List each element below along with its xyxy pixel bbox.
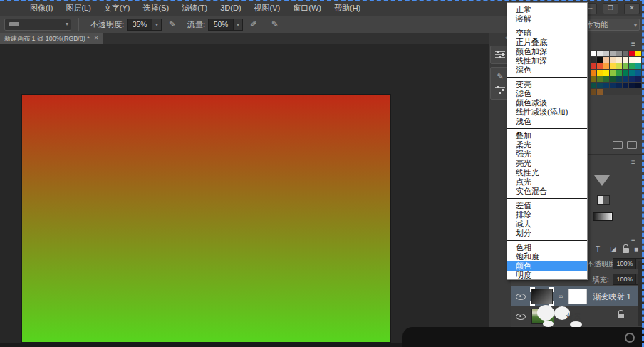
color-swatch[interactable] <box>635 51 641 56</box>
color-swatch[interactable] <box>629 57 635 63</box>
layers-opacity-value[interactable]: 100% <box>613 258 637 269</box>
blend-mode-item[interactable]: 正片叠底 <box>507 38 587 47</box>
flow-input[interactable]: 50% <box>208 19 234 31</box>
flow-dropdown-icon[interactable]: ▾ <box>234 19 243 31</box>
properties-panel-icon[interactable] <box>495 86 505 95</box>
color-swatch[interactable] <box>591 76 596 82</box>
color-swatch[interactable] <box>591 57 596 63</box>
color-swatch[interactable] <box>635 76 641 82</box>
color-swatch[interactable] <box>623 63 628 69</box>
menu-item[interactable]: 滤镜(T) <box>182 0 207 16</box>
opacity-input[interactable]: 35% <box>127 19 152 31</box>
blend-mode-item[interactable]: 颜色减淡 <box>507 98 587 108</box>
blend-mode-item[interactable]: 浅色 <box>507 117 587 126</box>
visibility-eye-icon[interactable] <box>516 314 526 320</box>
color-swatch[interactable] <box>603 76 609 82</box>
menu-item[interactable]: 选择(S) <box>143 0 170 16</box>
menu-item[interactable]: 帮助(H) <box>334 0 360 16</box>
blend-mode-item[interactable]: 颜色加深 <box>507 47 587 56</box>
menu-item[interactable]: 文字(Y) <box>104 0 130 16</box>
layer-name[interactable]: 渐变映射 1 <box>593 291 630 302</box>
blend-mode-item[interactable]: 深色 <box>507 66 587 75</box>
blend-mode-item[interactable]: 线性减淡(添加) <box>507 108 587 117</box>
blend-mode-item[interactable]: 线性加深 <box>507 56 587 66</box>
blend-mode-item[interactable]: 柔光 <box>507 140 587 150</box>
blend-mode-item[interactable]: 饱和度 <box>507 252 587 261</box>
color-swatch[interactable] <box>610 83 616 88</box>
opacity-dropdown-icon[interactable]: ▾ <box>152 19 162 31</box>
color-swatch[interactable] <box>623 57 628 63</box>
color-swatch[interactable] <box>610 70 616 76</box>
color-swatch[interactable] <box>623 70 628 76</box>
document-tab[interactable]: 新建画布 1 @ 100%(RGB/8) * ✕ <box>0 33 103 44</box>
layer-thumbnail[interactable] <box>531 289 553 304</box>
visibility-eye-icon[interactable] <box>516 294 526 300</box>
blend-mode-item[interactable]: 溶解 <box>507 14 587 24</box>
color-swatch[interactable] <box>610 51 616 56</box>
tool-preset-picker[interactable]: ▾ <box>4 19 71 31</box>
filter-adjustment-icon[interactable]: ◪ <box>610 245 616 253</box>
layer-name[interactable]: 背景 <box>566 311 581 322</box>
blend-mode-item[interactable]: 变暗 <box>507 29 587 38</box>
color-swatch[interactable] <box>635 83 641 88</box>
color-swatch[interactable] <box>603 70 609 76</box>
color-swatch[interactable] <box>603 63 609 69</box>
scrollbar-track[interactable] <box>638 261 644 326</box>
tab-close-icon[interactable]: ✕ <box>94 33 99 44</box>
color-swatch[interactable] <box>629 51 635 56</box>
color-swatch[interactable] <box>629 83 635 88</box>
color-swatch[interactable] <box>629 63 635 69</box>
filter-lock-icon[interactable] <box>623 248 629 253</box>
swatches-panel-menu-icon[interactable]: ≡ <box>631 40 635 48</box>
airbrush-icon[interactable]: ✐ <box>247 19 260 30</box>
menu-item[interactable]: 图像(I) <box>30 0 53 16</box>
blend-mode-item[interactable]: 亮光 <box>507 159 587 168</box>
color-swatch[interactable] <box>629 76 635 82</box>
color-swatch[interactable] <box>597 57 603 63</box>
blend-mode-item[interactable]: 排除 <box>507 210 587 219</box>
layers-fill-value[interactable]: 100% <box>613 274 637 285</box>
color-swatch[interactable] <box>597 51 603 56</box>
filter-type-icon[interactable]: T <box>596 245 600 253</box>
color-swatch[interactable] <box>616 63 622 69</box>
color-swatch[interactable] <box>591 83 596 88</box>
color-swatch[interactable] <box>597 89 603 95</box>
color-swatch[interactable] <box>597 63 603 69</box>
filter-square-icon[interactable]: ■ <box>634 245 638 253</box>
brush-panel-icon[interactable]: ✎ <box>497 72 503 81</box>
color-swatch[interactable] <box>610 76 616 82</box>
levels-adjustment-icon[interactable] <box>597 195 610 205</box>
blend-mode-item[interactable]: 强光 <box>507 150 587 159</box>
adjustments-panel-menu-icon[interactable]: ≡ <box>631 158 635 166</box>
color-swatch[interactable] <box>603 83 609 88</box>
pen-pressure-opacity-icon[interactable]: ✎ <box>166 19 179 30</box>
blend-mode-item[interactable]: 点光 <box>507 177 587 187</box>
blend-mode-item[interactable]: 滤色 <box>507 89 587 98</box>
color-swatch[interactable] <box>616 70 622 76</box>
color-swatch[interactable] <box>591 51 596 56</box>
close-icon[interactable]: ✕ <box>624 3 640 14</box>
color-swatch[interactable] <box>623 51 628 56</box>
menu-item[interactable]: 图层(L) <box>66 0 90 16</box>
blend-mode-item[interactable]: 变亮 <box>507 80 587 89</box>
menu-item[interactable]: 3D(D) <box>220 0 241 16</box>
color-swatch[interactable] <box>623 76 628 82</box>
color-swatch[interactable] <box>597 83 603 88</box>
menu-item[interactable]: 窗口(W) <box>293 0 321 16</box>
color-swatch[interactable] <box>610 63 616 69</box>
restore-icon[interactable]: ❐ <box>603 3 618 14</box>
color-swatch[interactable] <box>616 57 622 63</box>
blend-mode-item[interactable]: 明度 <box>507 271 587 280</box>
new-swatch-icon[interactable] <box>613 141 623 149</box>
blend-mode-item[interactable]: 叠加 <box>507 131 587 140</box>
blend-mode-item[interactable]: 色相 <box>507 243 587 252</box>
color-swatch[interactable] <box>603 57 609 63</box>
blend-mode-item[interactable]: 颜色 <box>507 261 587 271</box>
layer-row-gradient-map[interactable]: ∞ 渐变映射 1 <box>511 286 644 306</box>
color-swatch[interactable] <box>616 76 622 82</box>
blend-mode-item[interactable]: 差值 <box>507 201 587 210</box>
color-swatch[interactable] <box>635 57 641 63</box>
color-swatch[interactable] <box>597 70 603 76</box>
layer-mask-thumbnail[interactable] <box>568 289 587 304</box>
color-swatch[interactable] <box>610 57 616 63</box>
